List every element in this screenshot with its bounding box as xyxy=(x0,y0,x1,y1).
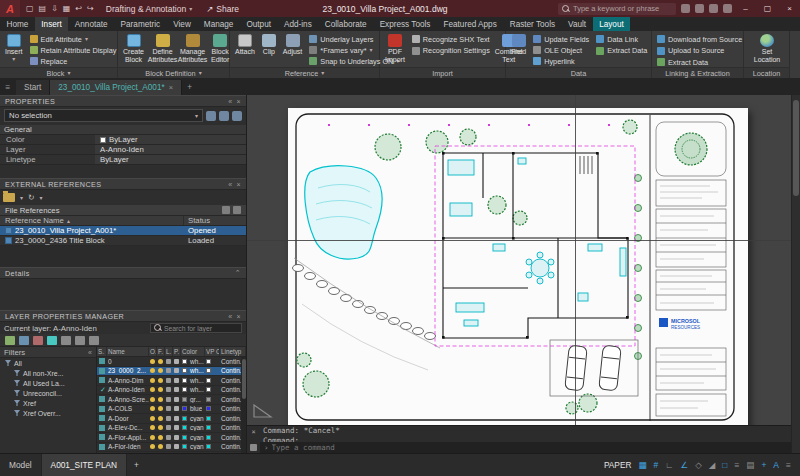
help-search-box[interactable] xyxy=(558,3,676,15)
tab-document[interactable]: 23_0010_Villa Project_A001*× xyxy=(50,80,182,95)
layer-row-current[interactable]: ✓A-Anno-Idenwh...Contin... xyxy=(97,386,246,396)
new-file-icon[interactable]: ▢ xyxy=(26,5,34,13)
panel-label-block[interactable]: Block▾ xyxy=(0,67,117,78)
app-menu-button[interactable]: A xyxy=(0,0,20,17)
delete-layer-icon[interactable] xyxy=(33,336,43,345)
attach-button[interactable]: Attach xyxy=(233,33,257,66)
layer-color-swatch[interactable] xyxy=(182,387,187,392)
filters-header[interactable]: Filters « xyxy=(0,347,96,358)
layer-lock-icon[interactable] xyxy=(166,425,171,430)
upload-to-source-button[interactable]: Upload to Source xyxy=(655,46,741,57)
layer-plot-icon[interactable] xyxy=(174,406,179,411)
minimize-button[interactable]: – xyxy=(737,0,754,17)
undo-icon[interactable]: ↩ xyxy=(75,5,82,13)
layer-plot-icon[interactable] xyxy=(174,378,179,383)
layer-lock-icon[interactable] xyxy=(166,435,171,440)
layer-freeze-icon[interactable] xyxy=(158,378,163,383)
layer-color-swatch[interactable] xyxy=(182,378,187,383)
pdf-import-button[interactable]: PDF Import xyxy=(383,33,407,66)
layer-grid-scrollbar[interactable] xyxy=(241,357,246,453)
command-input[interactable] xyxy=(272,443,787,452)
layer-lock-icon[interactable] xyxy=(166,368,171,373)
isodraft-icon[interactable]: ◇ xyxy=(695,461,702,470)
set-location-button[interactable]: Set Location xyxy=(750,33,784,66)
search-input[interactable] xyxy=(573,4,672,13)
set-current-icon[interactable] xyxy=(47,336,57,345)
close-icon[interactable]: × xyxy=(237,181,242,188)
layer-freeze-icon[interactable] xyxy=(158,359,163,364)
customize-icon[interactable] xyxy=(250,444,257,451)
tab-vault[interactable]: Vault xyxy=(562,17,593,31)
layer-plot-icon[interactable] xyxy=(174,425,179,430)
layer-plot-icon[interactable] xyxy=(174,435,179,440)
tab-insert[interactable]: Insert xyxy=(35,17,68,31)
attach-reference-icon[interactable] xyxy=(3,193,15,202)
properties-palette-header[interactable]: PROPERTIES «× xyxy=(0,95,246,107)
filter-xref[interactable]: Xref xyxy=(0,398,96,408)
panel-label-import[interactable]: Import xyxy=(380,67,505,78)
xref-row[interactable]: 23_0000_2436 Title Block Loaded xyxy=(0,236,246,246)
object-snap-tracking-icon[interactable]: ◢ xyxy=(709,461,716,470)
general-section-header[interactable]: General xyxy=(0,125,246,135)
column-status[interactable]: Status xyxy=(184,216,246,225)
tab-start[interactable]: Start xyxy=(16,80,50,95)
paper-model-toggle[interactable]: PAPER xyxy=(604,460,632,470)
field-button[interactable]: Field xyxy=(509,33,528,66)
layer-on-icon[interactable] xyxy=(150,378,155,383)
selection-dropdown[interactable]: No selection▾ xyxy=(4,109,203,122)
object-snap-icon[interactable]: □ xyxy=(722,461,727,470)
save-icon[interactable]: ⇩ xyxy=(51,5,58,13)
xref-row[interactable]: 23_0010_Villa Project_A001* Opened xyxy=(0,226,246,236)
ole-object-button[interactable]: OLE Object xyxy=(531,45,591,55)
close-icon[interactable]: × xyxy=(237,98,242,105)
transparency-icon[interactable]: ▤ xyxy=(746,461,754,470)
close-icon[interactable]: × xyxy=(251,428,255,436)
ortho-icon[interactable]: ∟ xyxy=(665,461,673,470)
tab-home[interactable]: Home xyxy=(0,17,35,31)
block-editor-button[interactable]: Block Editor xyxy=(209,33,231,66)
notifications-icon[interactable] xyxy=(709,4,718,13)
layer-row[interactable]: A-COLSblueContin... xyxy=(97,405,246,415)
filter-all[interactable]: All xyxy=(0,358,96,368)
layer-on-icon[interactable] xyxy=(150,444,155,449)
file-references-header[interactable]: File References xyxy=(0,205,246,216)
filter-xref-overrides[interactable]: Xref Overr... xyxy=(0,408,96,418)
layer-on-icon[interactable] xyxy=(150,387,155,392)
close-button[interactable]: × xyxy=(781,0,798,17)
extract-data-button[interactable]: Extract Data xyxy=(594,46,649,57)
property-row-linetype[interactable]: Linetype ByLayer xyxy=(0,155,246,165)
layer-freeze-icon[interactable] xyxy=(158,397,163,402)
panel-label-location[interactable]: Location xyxy=(744,67,789,78)
layer-on-icon[interactable] xyxy=(150,435,155,440)
property-row-layer[interactable]: Layer A-Anno-Iden xyxy=(0,145,246,155)
restore-button[interactable]: ▢ xyxy=(759,0,776,17)
new-drawing-button[interactable]: + xyxy=(182,80,197,95)
layer-freeze-icon[interactable] xyxy=(158,387,163,392)
layer-color-swatch[interactable] xyxy=(182,359,187,364)
hyperlink-button[interactable]: Hyperlink xyxy=(531,56,591,66)
scrollbar-thumb[interactable] xyxy=(793,100,799,196)
data-link-button[interactable]: Data Link xyxy=(594,34,649,45)
layer-lock-icon[interactable] xyxy=(166,444,171,449)
layer-plot-icon[interactable] xyxy=(174,368,179,373)
tab-layout[interactable]: Layout xyxy=(593,17,631,31)
filter-all-non-xref[interactable]: All non-Xre... xyxy=(0,368,96,378)
layer-search-box[interactable] xyxy=(150,323,242,333)
layer-on-icon[interactable] xyxy=(150,406,155,411)
tree-view-icon[interactable] xyxy=(233,206,241,214)
layer-freeze-icon[interactable] xyxy=(158,416,163,421)
panel-label-reference[interactable]: Reference▾ xyxy=(230,67,379,78)
layer-states-icon[interactable] xyxy=(61,336,71,345)
select-objects-icon[interactable] xyxy=(219,111,229,121)
file-tabs-menu-icon[interactable]: ≡ xyxy=(0,80,16,95)
workspace-switcher[interactable]: Drafting & Annotation ▾ xyxy=(100,0,198,17)
adjust-button[interactable]: Adjust xyxy=(281,33,304,66)
layer-grid-header[interactable]: S.NameO.F.L.P.ColorVP C..Linetyp xyxy=(97,347,246,357)
panel-label-block-definition[interactable]: Block Definition▾ xyxy=(118,67,229,78)
tab-output[interactable]: Output xyxy=(240,17,278,31)
layer-color-swatch[interactable] xyxy=(182,425,187,430)
layer-lock-icon[interactable] xyxy=(166,387,171,392)
list-view-icon[interactable] xyxy=(222,206,230,214)
layer-search-input[interactable] xyxy=(164,325,238,332)
update-fields-button[interactable]: Update Fields xyxy=(531,34,591,44)
